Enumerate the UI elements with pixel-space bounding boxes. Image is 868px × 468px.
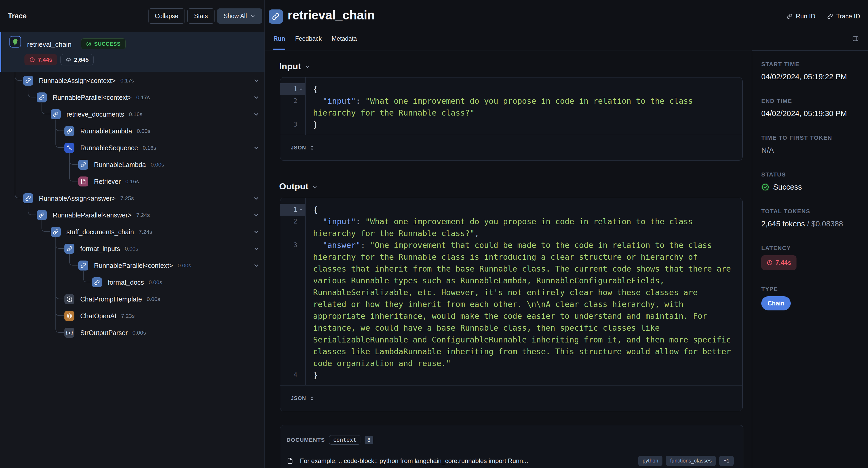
tree-row-runnableparallel-context-[interactable]: RunnableParallel<context>0.00s <box>78 257 263 274</box>
tree-row-retrieve-documents[interactable]: retrieve_documents0.16s <box>51 106 263 122</box>
tree-row-time: 0.00s <box>151 162 164 168</box>
chain-icon <box>37 93 47 102</box>
tree-row-time: 0.00s <box>178 262 191 269</box>
tree-row-runnableassign-context-[interactable]: RunnableAssign<context>0.17s <box>23 72 263 89</box>
detail-field-status: STATUSSuccess <box>761 171 863 192</box>
tree-row-chatprompttemplate[interactable]: ChatPromptTemplate0.00s <box>64 291 263 307</box>
output-code-block: 1{2 "input": "What one improvement do yo… <box>280 198 743 411</box>
chevron-down-icon[interactable] <box>253 195 260 202</box>
tree-row-runnableparallel-answer-[interactable]: RunnableParallel<answer>7.24s <box>37 207 263 223</box>
tree-row-retriever[interactable]: Retriever0.16s <box>78 173 263 190</box>
line-number[interactable]: 1 <box>280 83 305 95</box>
code-line: 1{ <box>280 204 742 215</box>
run-header: retrieval_chain Run IDTrace ID RunFeedba… <box>265 0 868 51</box>
chevron-down-icon[interactable] <box>253 245 260 252</box>
tab-run[interactable]: Run <box>273 35 285 50</box>
header-links: Run IDTrace ID <box>786 12 860 20</box>
run-id-button[interactable]: Run ID <box>786 12 815 20</box>
tree-row-label: StrOutputParser <box>80 329 128 337</box>
tree-row-time: 7.25s <box>120 195 134 201</box>
tree-row-runnablelambda[interactable]: RunnableLambda0.00s <box>78 157 263 173</box>
tree-row-time: 0.16s <box>125 178 139 185</box>
tree-row-runnableassign-answer-[interactable]: RunnableAssign<answer>7.25s <box>23 190 263 206</box>
run-content: Input 1{2 "input": "What one improvement… <box>265 51 752 468</box>
output-format-selector[interactable]: JSON <box>280 385 742 411</box>
line-number: 3 <box>280 119 305 131</box>
chain-icon <box>78 160 88 170</box>
detail-field-time-to-first-token: TIME TO FIRST TOKENN/A <box>761 134 863 156</box>
trace-tree: RunnableAssign<context>0.17sRunnablePara… <box>0 0 265 468</box>
trace-panel: Trace Collapse Stats Show All retrieval_… <box>0 0 265 468</box>
tree-row-label: RunnableLambda <box>94 161 146 169</box>
tree-row-time: 0.00s <box>125 245 138 252</box>
chevron-down-icon <box>299 87 303 91</box>
chevron-down-icon <box>312 184 318 190</box>
tree-row-label: RunnableAssign<answer> <box>39 195 116 202</box>
tab-metadata[interactable]: Metadata <box>332 35 357 50</box>
tree-row-chatopenai[interactable]: ChatOpenAI7.23s <box>64 308 263 324</box>
chevron-down-icon[interactable] <box>253 111 260 118</box>
code-text: "input": "What one improvement do you pr… <box>305 95 742 119</box>
tree-row-label: RunnableSequence <box>80 144 138 152</box>
tree-row-time: 0.17s <box>136 94 150 101</box>
detail-label: TYPE <box>761 285 863 293</box>
sequence-icon <box>64 143 74 153</box>
chevron-down-icon[interactable] <box>253 229 260 235</box>
doc-tag-more[interactable]: +1 <box>719 456 734 466</box>
code-line: 4} <box>280 369 742 381</box>
code-line: 1{ <box>280 83 742 95</box>
tree-row-time: 7.24s <box>138 229 152 235</box>
tree-connector <box>56 237 64 333</box>
document-row[interactable]: For example, .. code-block:: python from… <box>286 456 734 466</box>
detail-label: LATENCY <box>761 244 863 252</box>
chain-icon <box>51 109 61 119</box>
document-text: For example, .. code-block:: python from… <box>300 457 528 465</box>
tab-feedback[interactable]: Feedback <box>295 35 322 50</box>
tree-row-stroutputparser[interactable]: {x}StrOutputParser0.00s <box>64 325 263 341</box>
line-number[interactable]: 1 <box>280 204 305 215</box>
tree-row-time: 0.00s <box>149 279 162 286</box>
trace-id-button[interactable]: Trace ID <box>827 12 860 20</box>
file-icon <box>286 457 293 464</box>
tree-row-format-docs[interactable]: format_docs0.00s <box>92 274 263 291</box>
tree-row-runnableparallel-context-[interactable]: RunnableParallel<context>0.17s <box>37 89 263 106</box>
details-panel: START TIME04/02/2024, 05:19:22 PMEND TIM… <box>752 51 868 468</box>
chain-icon <box>64 244 74 254</box>
tree-row-runnablesequence[interactable]: RunnableSequence0.16s <box>64 140 263 156</box>
tree-row-label: RunnableLambda <box>80 127 132 135</box>
code-line: 2 "input": "What one improvement do you … <box>280 215 742 239</box>
chevron-down-icon[interactable] <box>253 212 260 219</box>
documents-count-badge: 8 <box>365 436 373 444</box>
line-number: 2 <box>280 95 305 119</box>
panel-toggle-icon[interactable] <box>852 35 859 42</box>
chain-icon <box>269 9 283 24</box>
tree-row-label: RunnableParallel<context> <box>53 94 131 101</box>
tree-row-time: 7.24s <box>136 212 150 218</box>
line-number: 3 <box>280 239 305 369</box>
detail-label: END TIME <box>761 97 863 105</box>
sort-arrows-icon <box>309 145 315 151</box>
output-section-heading[interactable]: Output <box>279 180 752 192</box>
chain-icon <box>23 193 33 203</box>
latency-badge: 7.44s <box>761 255 797 270</box>
input-section-heading[interactable]: Input <box>279 60 752 72</box>
chevron-down-icon[interactable] <box>253 77 260 84</box>
tree-row-runnablelambda[interactable]: RunnableLambda0.00s <box>64 123 263 139</box>
run-tabs: RunFeedbackMetadata <box>273 35 357 50</box>
tree-row-time: 0.17s <box>120 77 134 84</box>
chain-icon <box>78 261 88 270</box>
chevron-down-icon[interactable] <box>253 144 260 151</box>
chevron-down-icon[interactable] <box>253 262 260 269</box>
chevron-down-icon <box>299 207 303 212</box>
input-format-selector[interactable]: JSON <box>280 135 742 161</box>
tree-row-time: 0.16s <box>143 145 156 151</box>
detail-value: 04/02/2024, 05:19:30 PM <box>761 108 863 119</box>
detail-label: STATUS <box>761 171 863 178</box>
tree-row-format-inputs[interactable]: format_inputs0.00s <box>64 241 263 257</box>
tree-row-stuff-documents-chain[interactable]: stuff_documents_chain7.24s <box>51 224 263 240</box>
tree-row-label: retrieve_documents <box>66 110 124 118</box>
detail-value: Chain <box>761 296 863 310</box>
code-line: 3} <box>280 119 742 131</box>
chevron-down-icon[interactable] <box>253 94 260 101</box>
output-code-area: 1{2 "input": "What one improvement do yo… <box>280 198 742 385</box>
